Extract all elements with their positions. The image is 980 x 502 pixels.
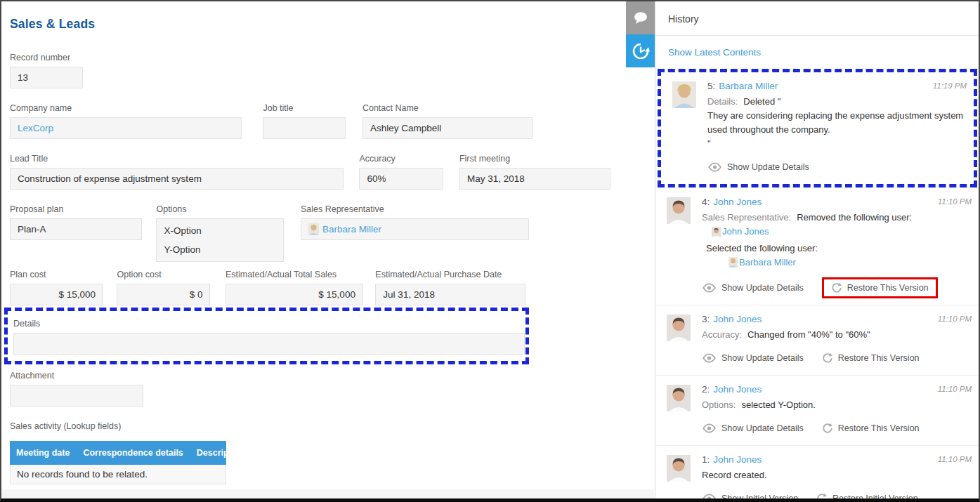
history-author-link[interactable]: Barbara Miller — [719, 81, 778, 91]
sales-representative-value: Barbara Miller — [301, 218, 529, 240]
history-entry-line: Sales Representative:Removed the followi… — [702, 211, 970, 225]
field-name-label: Details: — [707, 96, 738, 107]
avatar-man-icon — [667, 385, 691, 411]
avatar-man-icon — [667, 197, 691, 224]
history-entry-time: 11:19 PM — [933, 81, 967, 90]
details-value — [13, 333, 525, 355]
refresh-icon — [831, 282, 842, 293]
plan-cost-value: $ 15,000 — [10, 284, 103, 305]
history-entry-actions: Show Update Details — [707, 156, 965, 178]
change-text: Record created. — [702, 470, 767, 480]
history-entry-number: 2: — [702, 384, 710, 395]
history-entries: 5:Barbara Miller11:19 PMDetails:Deleted … — [655, 69, 979, 498]
estimated-total-sales-value: $ 15,000 — [226, 284, 363, 305]
show-initial-version-button[interactable]: Show Initial Version — [702, 494, 798, 498]
column-meeting-date: Meeting date — [16, 448, 70, 458]
option-x: X-Option — [164, 221, 276, 240]
history-entry-number: 1: — [702, 454, 710, 465]
company-link[interactable]: LexCorp — [18, 123, 53, 133]
history-entry-line: Details:Deleted " — [707, 95, 965, 109]
field-sales-activity: Sales activity (Lookup fields) Meeting d… — [10, 421, 654, 484]
user-link[interactable]: John Jones — [722, 225, 769, 239]
history-entry-actions: Show Update DetailsRestore This Version — [702, 347, 970, 369]
field-label: Proposal plan — [10, 204, 142, 214]
field-label: Contact Name — [362, 103, 533, 113]
history-entry-body: Details:Deleted "They are considering re… — [707, 95, 965, 151]
option-y: Y-Option — [164, 240, 276, 259]
field-plan-cost: Plan cost $ 15,000 — [10, 270, 103, 305]
sales-activity-empty-message: No records found to be related. — [10, 465, 226, 484]
action-label: Show Update Details — [721, 283, 804, 293]
restore-this-version-button[interactable]: Restore This Version — [822, 277, 938, 298]
change-text: Changed from "40%" to "60%" — [747, 329, 870, 340]
first-meeting-value: May 31, 2018 — [459, 168, 610, 190]
show-update-details-button[interactable]: Show Update Details — [707, 162, 809, 172]
field-label: Details — [13, 319, 525, 329]
sales-activity-table: Meeting date Correspondence details Desc… — [10, 441, 226, 484]
history-entry: 4:John Jones11:10 PMSales Representative… — [655, 187, 979, 305]
history-entry-avatar — [667, 385, 691, 411]
action-label: Restore Initial Version — [832, 494, 918, 498]
history-author-link[interactable]: John Jones — [713, 454, 762, 465]
eye-icon — [702, 353, 717, 363]
job-title-value — [263, 117, 346, 139]
history-entry-header: 1:John Jones — [702, 454, 970, 465]
avatar-man-icon — [712, 227, 721, 237]
history-entry-number: 4: — [702, 197, 710, 207]
field-label: Job title — [263, 103, 346, 113]
field-label: Estimated/Actual Total Sales — [226, 270, 363, 279]
attachment-value — [10, 385, 143, 407]
eye-icon — [707, 162, 722, 172]
eye-icon — [702, 283, 717, 293]
user-avatar-icon — [308, 223, 319, 235]
page-background — [1, 489, 654, 498]
restore-initial-version-button[interactable]: Restore Initial Version — [816, 493, 918, 498]
clock-history-icon — [632, 42, 650, 60]
field-label: Accuracy — [359, 154, 443, 164]
field-lead-title: Lead Title Construction of expense adjus… — [10, 154, 344, 190]
user-link[interactable]: Barbara Miller — [739, 256, 796, 270]
history-author-link[interactable]: John Jones — [713, 384, 762, 395]
history-tab-button[interactable] — [626, 34, 655, 67]
history-entry-avatar — [667, 455, 691, 482]
history-entry-avatar — [672, 81, 696, 108]
restore-this-version-button[interactable]: Restore This Version — [822, 352, 920, 364]
history-entry-actions: Show Update DetailsRestore This Version — [702, 417, 970, 440]
restore-this-version-button[interactable]: Restore This Version — [822, 423, 920, 434]
user-chip: Barbara Miller — [729, 256, 796, 270]
history-entry-body: Accuracy:Changed from "40%" to "60%" — [702, 328, 970, 342]
page-title: Sales & Leads — [10, 17, 654, 32]
change-text: Removed the following user: — [797, 212, 912, 223]
action-label: Restore This Version — [838, 423, 920, 433]
details-highlight-annotation: Details — [4, 308, 529, 364]
show-update-details-button[interactable]: Show Update Details — [702, 283, 804, 293]
history-panel-title: History — [655, 1, 979, 36]
field-contact-name: Contact Name Ashley Campbell — [362, 103, 533, 139]
history-author-link[interactable]: John Jones — [713, 197, 762, 207]
history-entry-line: Selected the following user: — [702, 242, 970, 256]
history-entry-line: Record created. — [702, 468, 970, 482]
field-label: Company name — [10, 103, 242, 113]
field-label: Estimated/Actual Purchase Date — [375, 270, 525, 279]
history-highlight-annotation: 5:Barbara Miller11:19 PMDetails:Deleted … — [658, 69, 977, 187]
column-description: Description — [197, 448, 245, 458]
field-name-label: Options: — [702, 399, 736, 410]
record-detail-panel: Sales & Leads Record number 13 Company n… — [1, 1, 654, 498]
comments-tab-button[interactable] — [626, 1, 655, 34]
sales-representative-link[interactable]: Barbara Miller — [322, 219, 381, 239]
field-options: Options X-Option Y-Option — [156, 204, 284, 262]
column-correspondence-details: Correspondence details — [83, 448, 183, 458]
show-update-details-button[interactable]: Show Update Details — [702, 423, 804, 433]
field-label: Lead Title — [10, 154, 344, 164]
history-entry-body: Record created. — [702, 468, 970, 482]
history-entry-number: 3: — [702, 314, 710, 324]
show-update-details-button[interactable]: Show Update Details — [702, 353, 804, 363]
show-latest-contents-link[interactable]: Show Latest Contents — [655, 36, 979, 66]
app-window: Sales & Leads Record number 13 Company n… — [0, 0, 980, 502]
accuracy-value: 60% — [359, 168, 443, 190]
avatar-woman-icon — [672, 81, 696, 108]
contact-name-value: Ashley Campbell — [362, 117, 533, 139]
field-estimated-purchase-date: Estimated/Actual Purchase Date Jul 31, 2… — [375, 270, 525, 305]
company-name-value: LexCorp — [10, 117, 242, 139]
history-author-link[interactable]: John Jones — [713, 314, 762, 324]
